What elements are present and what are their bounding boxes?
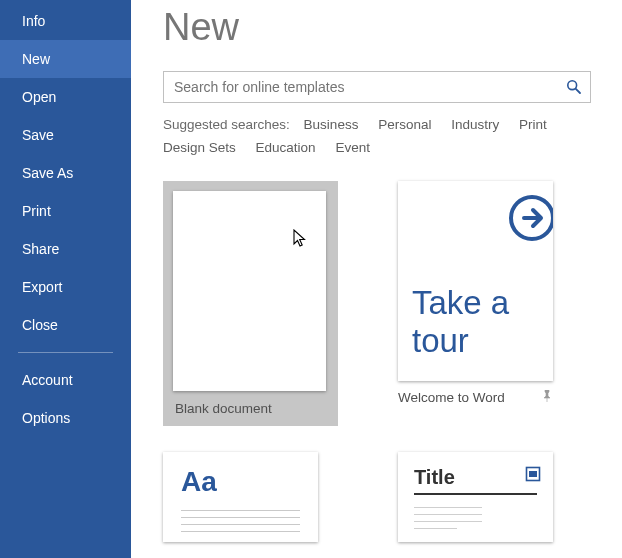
decorative-line (181, 510, 300, 511)
sidebar-item-save-as[interactable]: Save As (0, 154, 131, 192)
sidebar-item-info[interactable]: Info (0, 2, 131, 40)
template-thumb-blank[interactable] (173, 191, 326, 391)
decorative-line (414, 521, 482, 522)
template-label: Welcome to Word (398, 390, 505, 405)
page-icon (525, 466, 541, 485)
sidebar-item-save[interactable]: Save (0, 116, 131, 154)
cursor-arrow-icon (293, 229, 309, 249)
decorative-line (414, 514, 482, 515)
suggested-link-education[interactable]: Education (256, 140, 316, 155)
search-input[interactable] (164, 72, 558, 102)
template-gallery: Blank document Take a tour Welcome to Wo… (163, 181, 622, 542)
sidebar-item-open[interactable]: Open (0, 78, 131, 116)
decorative-line (414, 507, 482, 508)
template-thumb-aa[interactable]: Aa (163, 452, 318, 542)
template-blank-document[interactable]: Blank document (163, 181, 338, 426)
decorative-line (414, 528, 457, 529)
search-icon[interactable] (558, 79, 590, 95)
template-welcome-to-word[interactable]: Take a tour Welcome to Word (398, 181, 573, 426)
backstage-sidebar: Info New Open Save Save As Print Share E… (0, 0, 131, 558)
page-title: New (163, 6, 622, 49)
tour-text: Take a tour (412, 284, 539, 360)
svg-rect-4 (529, 471, 537, 477)
suggested-link-personal[interactable]: Personal (378, 117, 431, 132)
pin-icon[interactable] (541, 389, 553, 405)
sidebar-divider (18, 352, 113, 353)
suggested-link-industry[interactable]: Industry (451, 117, 499, 132)
sidebar-item-close[interactable]: Close (0, 306, 131, 344)
sidebar-item-account[interactable]: Account (0, 361, 131, 399)
sidebar-item-options[interactable]: Options (0, 399, 131, 437)
template-thumb-title[interactable]: Title (398, 452, 553, 542)
sidebar-item-print[interactable]: Print (0, 192, 131, 230)
arrow-circle-right-icon (507, 193, 553, 246)
template-search (163, 71, 591, 103)
template-single-spaced[interactable]: Aa (163, 452, 338, 542)
suggested-link-print[interactable]: Print (519, 117, 547, 132)
title-text: Title (414, 466, 537, 495)
suggested-link-event[interactable]: Event (335, 140, 370, 155)
decorative-line (181, 517, 300, 518)
sidebar-item-share[interactable]: Share (0, 230, 131, 268)
sidebar-item-export[interactable]: Export (0, 268, 131, 306)
suggested-searches: Suggested searches: Business Personal In… (163, 113, 591, 159)
main-panel: New Suggested searches: Business Persona… (131, 0, 622, 558)
suggested-label: Suggested searches: (163, 117, 290, 132)
template-thumb-tour[interactable]: Take a tour (398, 181, 553, 381)
template-label: Blank document (175, 401, 272, 416)
suggested-link-business[interactable]: Business (304, 117, 359, 132)
svg-line-1 (576, 89, 580, 93)
suggested-link-design-sets[interactable]: Design Sets (163, 140, 236, 155)
aa-text: Aa (181, 466, 300, 498)
template-title[interactable]: Title (398, 452, 573, 542)
decorative-line (181, 524, 300, 525)
sidebar-item-new[interactable]: New (0, 40, 131, 78)
decorative-line (181, 531, 300, 532)
